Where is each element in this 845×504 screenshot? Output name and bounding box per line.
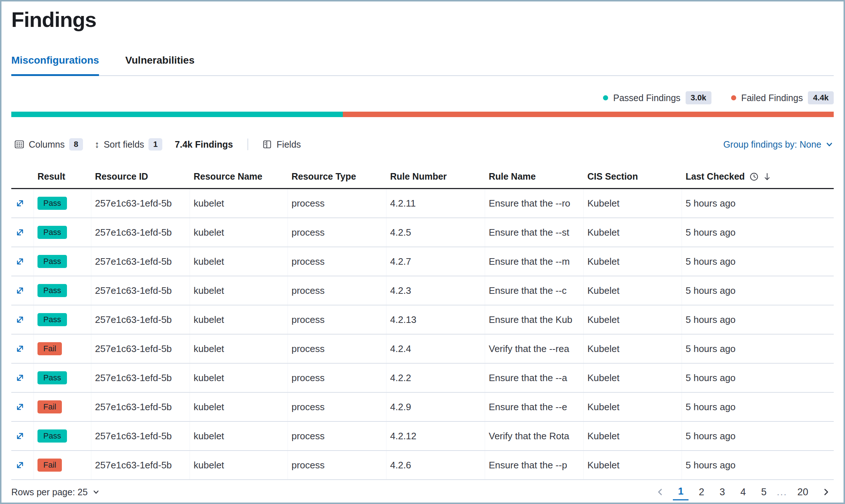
header-resource-id[interactable]: Resource ID [91,165,190,188]
expand-row-icon[interactable] [15,460,25,470]
resource-type-cell: process [288,189,386,217]
last-checked-cell: 5 hours ago [682,422,834,450]
tab-bar: Misconfigurations Vulnerabilities [11,54,834,76]
rule-number-cell: 4.2.4 [386,335,485,363]
tab-vulnerabilities[interactable]: Vulnerabilities [125,54,194,75]
page-20[interactable]: 20 [792,484,813,500]
expand-row-icon[interactable] [15,315,25,325]
resource-type-cell: process [288,276,386,305]
page-title: Findings [11,7,834,32]
sort-direction-down-icon[interactable] [762,172,772,181]
passed-bar-segment [11,112,343,117]
header-last-checked[interactable]: Last Checked [682,165,834,188]
rule-number-cell: 4.2.3 [386,276,485,305]
result-badge: Pass [37,371,67,384]
table-row: Pass 257e1c63-1efd-5b kubelet process 4.… [11,305,834,335]
resource-name-cell: kubelet [190,451,288,479]
rule-number-cell: 4.2.12 [386,422,485,450]
table-row: Fail 257e1c63-1efd-5b kubelet process 4.… [11,451,834,480]
findings-total: 7.4k Findings [171,139,237,150]
expand-row-icon[interactable] [15,431,25,441]
table-header-row: Result Resource ID Resource Name Resourc… [11,165,834,189]
result-badge: Pass [37,197,67,210]
page-5[interactable]: 5 [756,484,771,500]
rule-name-cell: Ensure that the Kub [485,305,584,334]
resource-id-cell: 257e1c63-1efd-5b [91,451,190,479]
toolbar-divider [247,139,248,150]
resource-type-cell: process [288,335,386,363]
expand-row-icon[interactable] [15,227,25,237]
rule-name-cell: Ensure that the --c [485,276,584,305]
legend-passed: Passed Findings 3.0k [603,91,711,104]
rule-name-cell: Ensure that the --st [485,218,584,247]
expand-row-icon[interactable] [15,344,25,354]
sort-fields-button[interactable]: ↕ Sort fields 1 [92,137,165,152]
next-page-icon[interactable] [818,487,834,497]
expand-row-icon[interactable] [15,373,25,383]
clock-icon [749,172,759,181]
columns-button[interactable]: Columns 8 [11,137,86,152]
header-rule-name[interactable]: Rule Name [485,165,584,188]
rule-number-cell: 4.2.7 [386,247,485,276]
expand-row-icon[interactable] [15,256,25,267]
resource-id-cell: 257e1c63-1efd-5b [91,393,190,421]
fields-panel-icon [262,139,272,149]
prev-page-icon[interactable] [652,487,668,497]
resource-type-cell: process [288,247,386,276]
columns-count-badge: 8 [69,138,83,151]
resource-id-cell: 257e1c63-1efd-5b [91,189,190,217]
resource-name-cell: kubelet [190,422,288,450]
sort-fields-label: Sort fields [104,139,144,150]
findings-table: Result Resource ID Resource Name Resourc… [11,165,834,504]
cis-section-cell: Kubelet [584,451,682,479]
header-result[interactable]: Result [34,165,91,188]
page-4[interactable]: 4 [735,484,751,500]
cis-section-cell: Kubelet [584,422,682,450]
table-footer: Rows per page: 25 1 2 3 4 5 [11,480,834,504]
group-findings-by-button[interactable]: Group findings by: None [723,139,834,150]
result-badge: Fail [37,342,62,355]
columns-grid-icon [14,139,24,149]
rule-number-cell: 4.2.13 [386,305,485,334]
columns-label: Columns [29,139,65,150]
page-3[interactable]: 3 [714,484,730,500]
expand-row-icon[interactable] [15,198,25,208]
resource-name-cell: kubelet [190,335,288,363]
table-row: Pass 257e1c63-1efd-5b kubelet process 4.… [11,422,834,451]
cis-section-cell: Kubelet [584,189,682,217]
group-by-label: Group findings by: None [723,139,821,150]
chevron-down-icon [825,140,834,149]
header-rule-number[interactable]: Rule Number [386,165,485,188]
table-row: Fail 257e1c63-1efd-5b kubelet process 4.… [11,393,834,422]
resource-name-cell: kubelet [190,247,288,276]
rule-number-cell: 4.2.6 [386,451,485,479]
table-row: Fail 257e1c63-1efd-5b kubelet process 4.… [11,335,834,364]
rule-number-cell: 4.2.9 [386,393,485,421]
rows-per-page-button[interactable]: Rows per page: 25 [11,487,100,497]
page-2[interactable]: 2 [694,484,709,500]
last-checked-cell: 5 hours ago [682,218,834,247]
rule-name-cell: Ensure that the --p [485,451,584,479]
fields-button[interactable]: Fields [259,138,304,151]
last-checked-cell: 5 hours ago [682,276,834,305]
result-badge: Fail [37,459,62,472]
tab-misconfigurations[interactable]: Misconfigurations [11,54,99,75]
header-resource-name[interactable]: Resource Name [190,165,288,188]
cis-section-cell: Kubelet [584,218,682,247]
findings-legend: Passed Findings 3.0k Failed Findings 4.4… [11,91,834,104]
resource-id-cell: 257e1c63-1efd-5b [91,247,190,276]
resource-id-cell: 257e1c63-1efd-5b [91,422,190,450]
cis-section-cell: Kubelet [584,247,682,276]
passed-dot-icon [603,95,608,100]
header-resource-type[interactable]: Resource Type [288,165,386,188]
expand-row-icon[interactable] [15,402,25,412]
header-cis-section[interactable]: CIS Section [584,165,682,188]
table-row: Pass 257e1c63-1efd-5b kubelet process 4.… [11,247,834,276]
expand-row-icon[interactable] [15,285,25,296]
rule-number-cell: 4.2.2 [386,364,485,392]
page-1[interactable]: 1 [673,484,689,500]
rule-name-cell: Ensure that the --ro [485,189,584,217]
result-badge: Pass [37,255,67,268]
rule-name-cell: Ensure that the --m [485,247,584,276]
rule-name-cell: Verify that the Rota [485,422,584,450]
